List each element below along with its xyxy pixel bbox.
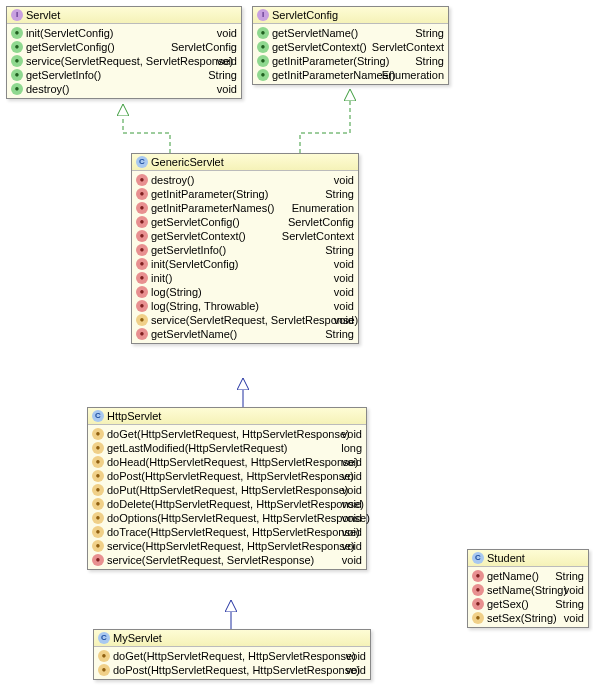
class-header: C HttpServlet [88, 408, 366, 425]
method-row[interactable]: ●doPost(HttpServletRequest, HttpServletR… [97, 663, 367, 677]
method-row[interactable]: ●init(ServletConfig)void [135, 257, 355, 271]
method-row[interactable]: ●service(ServletRequest, ServletResponse… [135, 313, 355, 327]
method-icon: ● [136, 174, 148, 186]
class-header: I Servlet [7, 7, 241, 24]
method-row[interactable]: ●getServletName()String [135, 327, 355, 341]
method-signature: service(HttpServletRequest, HttpServletR… [107, 540, 355, 552]
class-student[interactable]: C Student ●getName()String●setName(Strin… [467, 549, 589, 628]
method-icon: ● [92, 428, 104, 440]
method-row[interactable]: ●init()void [135, 271, 355, 285]
method-row[interactable]: ●destroy()void [10, 82, 238, 96]
class-header: C MyServlet [94, 630, 370, 647]
class-header: C GenericServlet [132, 154, 358, 171]
method-icon: ● [136, 328, 148, 340]
method-row[interactable]: ●service(ServletRequest, ServletResponse… [10, 54, 238, 68]
class-name: Student [487, 552, 525, 564]
method-row[interactable]: ●getServletContext()ServletContext [135, 229, 355, 243]
return-type: String [555, 598, 584, 610]
method-row[interactable]: ●doPut(HttpServletRequest, HttpServletRe… [91, 483, 363, 497]
method-row[interactable]: ●getName()String [471, 569, 585, 583]
return-type: ServletContext [372, 41, 444, 53]
method-row[interactable]: ●getServletInfo()String [10, 68, 238, 82]
method-row[interactable]: ●getServletInfo()String [135, 243, 355, 257]
method-icon: ● [472, 598, 484, 610]
method-signature: getServletConfig() [26, 41, 115, 53]
class-header: I ServletConfig [253, 7, 448, 24]
class-name: ServletConfig [272, 9, 338, 21]
method-icon: ● [11, 41, 23, 53]
method-row[interactable]: ●doGet(HttpServletRequest, HttpServletRe… [97, 649, 367, 663]
method-signature: doGet(HttpServletRequest, HttpServletRes… [113, 650, 356, 662]
return-type: String [208, 69, 237, 81]
method-row[interactable]: ●setName(String)void [471, 583, 585, 597]
method-icon: ● [136, 216, 148, 228]
return-type: void [342, 526, 362, 538]
method-row[interactable]: ●destroy()void [135, 173, 355, 187]
class-my-servlet[interactable]: C MyServlet ●doGet(HttpServletRequest, H… [93, 629, 371, 680]
return-type: void [564, 612, 584, 624]
method-row[interactable]: ●getServletConfig()ServletConfig [135, 215, 355, 229]
return-type: void [346, 664, 366, 676]
method-icon: ● [136, 188, 148, 200]
method-icon: ● [136, 300, 148, 312]
method-icon: ● [98, 664, 110, 676]
method-row[interactable]: ●getInitParameter(String)String [256, 54, 445, 68]
method-row[interactable]: ●getServletName()String [256, 26, 445, 40]
method-icon: ● [136, 230, 148, 242]
method-signature: init(ServletConfig) [151, 258, 238, 270]
return-type: String [415, 55, 444, 67]
method-signature: getInitParameter(String) [272, 55, 389, 67]
method-row[interactable]: ●init(ServletConfig)void [10, 26, 238, 40]
method-signature: getInitParameterNames() [151, 202, 275, 214]
method-icon: ● [136, 258, 148, 270]
return-type: void [334, 174, 354, 186]
method-row[interactable]: ●log(String)void [135, 285, 355, 299]
class-header: C Student [468, 550, 588, 567]
return-type: void [346, 650, 366, 662]
return-type: void [342, 554, 362, 566]
class-servlet-config[interactable]: I ServletConfig ●getServletName()String●… [252, 6, 449, 85]
method-row[interactable]: ●doDelete(HttpServletRequest, HttpServle… [91, 497, 363, 511]
class-name: HttpServlet [107, 410, 161, 422]
class-http-servlet[interactable]: C HttpServlet ●doGet(HttpServletRequest,… [87, 407, 367, 570]
method-signature: getServletName() [272, 27, 358, 39]
return-type: long [341, 442, 362, 454]
method-row[interactable]: ●doPost(HttpServletRequest, HttpServletR… [91, 469, 363, 483]
return-type: ServletConfig [288, 216, 354, 228]
method-row[interactable]: ●getSex()String [471, 597, 585, 611]
method-row[interactable]: ●getInitParameterNames()Enumeration [135, 201, 355, 215]
return-type: void [334, 258, 354, 270]
method-row[interactable]: ●doOptions(HttpServletRequest, HttpServl… [91, 511, 363, 525]
method-row[interactable]: ●getInitParameter(String)String [135, 187, 355, 201]
method-row[interactable]: ●doGet(HttpServletRequest, HttpServletRe… [91, 427, 363, 441]
method-row[interactable]: ●getLastModified(HttpServletRequest)long [91, 441, 363, 455]
method-icon: ● [11, 69, 23, 81]
class-generic-servlet[interactable]: C GenericServlet ●destroy()void●getInitP… [131, 153, 359, 344]
method-row[interactable]: ●setSex(String)void [471, 611, 585, 625]
class-name: Servlet [26, 9, 60, 21]
method-row[interactable]: ●getServletConfig()ServletConfig [10, 40, 238, 54]
class-icon: C [136, 156, 148, 168]
method-row[interactable]: ●service(ServletRequest, ServletResponse… [91, 553, 363, 567]
return-type: void [342, 512, 362, 524]
method-row[interactable]: ●getInitParameterNames()Enumeration [256, 68, 445, 82]
method-row[interactable]: ●getServletContext()ServletContext [256, 40, 445, 54]
method-row[interactable]: ●log(String, Throwable)void [135, 299, 355, 313]
method-icon: ● [11, 27, 23, 39]
method-row[interactable]: ●service(HttpServletRequest, HttpServlet… [91, 539, 363, 553]
return-type: void [342, 484, 362, 496]
method-signature: doPost(HttpServletRequest, HttpServletRe… [113, 664, 360, 676]
method-icon: ● [472, 612, 484, 624]
method-signature: log(String) [151, 286, 202, 298]
method-row[interactable]: ●doTrace(HttpServletRequest, HttpServlet… [91, 525, 363, 539]
return-type: void [342, 470, 362, 482]
method-signature: init() [151, 272, 172, 284]
class-body: ●init(ServletConfig)void●getServletConfi… [7, 24, 241, 98]
method-signature: getServletConfig() [151, 216, 240, 228]
class-icon: C [472, 552, 484, 564]
method-row[interactable]: ●doHead(HttpServletRequest, HttpServletR… [91, 455, 363, 469]
method-icon: ● [92, 512, 104, 524]
return-type: void [334, 314, 354, 326]
method-icon: ● [257, 41, 269, 53]
class-servlet[interactable]: I Servlet ●init(ServletConfig)void●getSe… [6, 6, 242, 99]
